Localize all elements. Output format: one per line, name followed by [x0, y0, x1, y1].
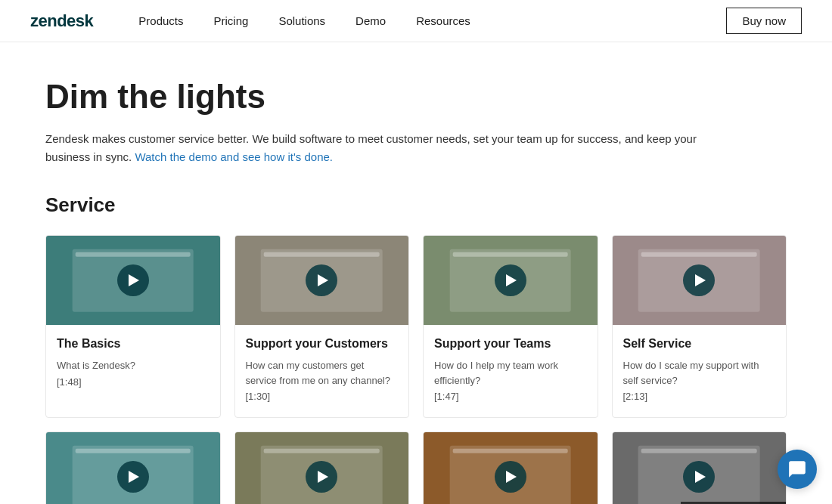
video-thumb-basics	[46, 236, 220, 325]
video-thumb-row2-4: Zendesk Product Demo	[613, 432, 787, 504]
play-button-row2-1[interactable]	[117, 461, 149, 493]
nav-link-demo[interactable]: Demo	[355, 14, 386, 27]
video-grid-row1: The Basics What is Zendesk? [1:48] Suppo…	[45, 235, 787, 418]
video-title-self-service: Self Service	[623, 337, 776, 351]
nav-link-pricing[interactable]: Pricing	[214, 14, 249, 27]
video-title-basics: The Basics	[57, 337, 210, 351]
video-card-row2-3[interactable]	[423, 431, 598, 504]
play-button-teams[interactable]	[495, 264, 526, 296]
video-info-customers: Support your Customers How can my custom…	[235, 325, 409, 417]
play-button-row2-3[interactable]	[495, 461, 526, 493]
nav-link-solutions[interactable]: Solutions	[278, 14, 325, 27]
video-info-teams: Support your Teams How do I help my team…	[424, 325, 598, 417]
video-card-row2-1[interactable]	[45, 431, 221, 504]
video-grid-row2: Zendesk Product Demo	[45, 431, 787, 504]
video-card-customers[interactable]: Support your Customers How can my custom…	[234, 235, 410, 418]
hero-title: Dim the lights	[45, 79, 787, 115]
video-thumb-self-service	[613, 236, 787, 325]
nav-link-resources[interactable]: Resources	[416, 14, 470, 27]
video-info-basics: The Basics What is Zendesk? [1:48]	[46, 325, 220, 403]
play-button-basics[interactable]	[117, 264, 149, 296]
video-thumb-row2-2	[235, 432, 409, 504]
video-card-self-service[interactable]: Self Service How do I scale my support w…	[612, 235, 787, 418]
video-card-row2-4[interactable]: Zendesk Product Demo	[612, 431, 787, 504]
video-desc-self-service: How do I scale my support with self serv…	[623, 358, 776, 388]
chat-icon	[787, 459, 807, 479]
video-title-customers: Support your Customers	[246, 337, 399, 351]
video-info-self-service: Self Service How do I scale my support w…	[613, 325, 787, 417]
video-desc-customers: How can my customers get service from me…	[246, 358, 399, 388]
nav-link-products[interactable]: Products	[138, 14, 183, 27]
video-duration-self-service: [2:13]	[623, 391, 776, 402]
main-content: Dim the lights Zendesk makes customer se…	[15, 42, 817, 504]
video-duration-basics: [1:48]	[57, 376, 210, 388]
nav-links: Products Pricing Solutions Demo Resource…	[138, 14, 726, 27]
video-card-basics[interactable]: The Basics What is Zendesk? [1:48]	[45, 235, 221, 418]
video-thumb-row2-1	[46, 432, 220, 504]
hero-description: Zendesk makes customer service better. W…	[45, 130, 711, 166]
chat-bubble-button[interactable]	[778, 450, 817, 489]
video-card-row2-2[interactable]	[234, 431, 410, 504]
video-title-teams: Support your Teams	[434, 337, 587, 351]
video-thumb-teams	[424, 236, 598, 325]
video-duration-customers: [1:30]	[246, 391, 399, 402]
video-desc-teams: How do I help my team work efficiently?	[434, 358, 587, 388]
logo[interactable]: zendesk	[30, 11, 93, 31]
video-duration-teams: [1:47]	[434, 391, 587, 402]
service-section-title: Service	[45, 193, 787, 217]
video-desc-basics: What is Zendesk?	[57, 358, 210, 373]
video-card-teams[interactable]: Support your Teams How do I help my team…	[423, 235, 598, 418]
video-thumb-customers	[235, 236, 409, 325]
buy-now-button[interactable]: Buy now	[726, 8, 802, 34]
video-thumb-row2-3	[424, 432, 598, 504]
main-nav: zendesk Products Pricing Solutions Demo …	[0, 0, 832, 42]
hero-watch-link[interactable]: Watch the demo and see how it's done.	[135, 150, 333, 163]
